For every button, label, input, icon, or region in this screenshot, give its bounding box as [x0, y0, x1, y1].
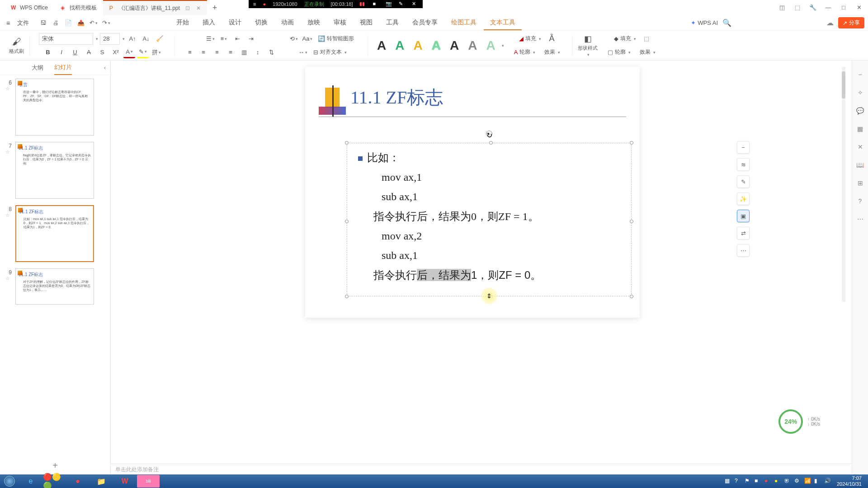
align-center-button[interactable]: ≡ — [198, 47, 209, 58]
strikethrough-button[interactable]: A̶ — [83, 47, 94, 58]
panel-tab-slides[interactable]: 幻灯片 — [54, 61, 72, 75]
content-line-3[interactable]: sub ax,1 — [358, 187, 620, 206]
export-icon[interactable]: 📤 — [76, 18, 86, 28]
style-a4[interactable]: A — [428, 37, 444, 55]
ribbon-tab-transition[interactable]: 切换 — [249, 16, 274, 30]
notes-area[interactable]: 单击此处添加备注 — [111, 464, 852, 474]
content-line-2[interactable]: mov ax,1 — [358, 168, 620, 187]
ribbon-tab-slideshow[interactable]: 放映 — [301, 16, 326, 30]
share-button[interactable]: ↗ 分享 — [838, 17, 864, 28]
text-effect-icon[interactable]: Â — [546, 33, 557, 45]
presentation-icon[interactable]: ▦ — [855, 124, 865, 134]
align-justify-button[interactable]: ≡ — [225, 47, 236, 58]
change-case-button[interactable]: Aa▾ — [302, 33, 313, 45]
collapse-panel-icon[interactable]: ‹ — [104, 64, 106, 71]
star-icon[interactable]: ☆ — [5, 86, 12, 92]
ribbon-tab-animation[interactable]: 动画 — [275, 16, 300, 30]
task-chrome[interactable]: 🔴🟡🟢 — [43, 475, 66, 488]
resize-handle[interactable] — [489, 141, 493, 145]
canvas-area[interactable]: 11.1 ZF标志 ↻ 比如： mov ax,1 sub ax,1 指令执行后，… — [111, 61, 852, 474]
task-ie[interactable]: e — [19, 475, 42, 488]
close-button[interactable]: ✕ — [854, 2, 864, 13]
minus-icon[interactable]: − — [855, 70, 865, 80]
3d-icon[interactable]: ⬚ — [641, 33, 652, 45]
chevron-down-icon[interactable]: ▾ — [96, 37, 98, 41]
tray-icon[interactable]: ⚙ — [794, 478, 802, 485]
star-icon[interactable]: ☆ — [5, 276, 12, 282]
align-right-button[interactable]: ≡ — [211, 47, 223, 58]
outdent-button[interactable]: ⇤ — [231, 33, 243, 45]
textbox-resize-indicator[interactable]: ⇕ — [481, 288, 497, 304]
style-a5[interactable]: A — [446, 37, 462, 55]
gallery-more-button[interactable]: ▾ — [502, 43, 504, 48]
indent-button[interactable]: ⇥ — [245, 33, 257, 45]
tray-volume-icon[interactable]: 🔊 — [824, 478, 831, 485]
content-line-1[interactable]: 比如： — [358, 148, 620, 168]
hamburger-icon[interactable]: ≡ — [4, 19, 13, 27]
close-rec-icon[interactable]: ✕ — [412, 1, 418, 7]
style-a3[interactable]: A — [410, 37, 426, 55]
start-button[interactable] — [0, 474, 19, 488]
clear-format-button[interactable]: 🧹 — [154, 33, 165, 45]
thumbnail-list[interactable]: 6☆ 引言 在这一章中，我们讨论标志寄存器中的CF、PF、ZF、SF、OF、DF… — [0, 75, 110, 457]
textbox-icon[interactable]: ▣ — [737, 210, 750, 222]
task-recorder[interactable]: ● — [66, 475, 89, 488]
canvas-scrollbar[interactable] — [842, 67, 845, 302]
content-line-5[interactable]: mov ax,2 — [358, 226, 620, 246]
spacing-button[interactable]: ↔▾ — [297, 47, 309, 58]
content-line-4[interactable]: 指令执行后，结果为0，则ZF = 1。 — [358, 207, 620, 226]
resize-handle[interactable] — [630, 141, 633, 145]
panel-tab-outline[interactable]: 大纲 — [32, 61, 43, 75]
highlight-button[interactable]: ✎▾ — [137, 47, 149, 58]
shape-fill-button[interactable]: ◆填充▾ — [611, 33, 639, 45]
more-icon[interactable]: ⋯ — [737, 244, 750, 257]
ribbon-tab-review[interactable]: 审核 — [327, 16, 353, 30]
more-dots-icon[interactable]: ⋯ — [855, 214, 865, 224]
layers-icon[interactable]: ≋ — [737, 158, 750, 171]
tray-icon[interactable]: 📶 — [804, 478, 811, 485]
star-icon[interactable]: ☆ — [5, 149, 12, 155]
ribbon-tab-text[interactable]: 文本工具 — [484, 16, 522, 30]
tray-icon[interactable]: ● — [774, 478, 782, 485]
para-spacing-button[interactable]: ⇅ — [265, 47, 277, 58]
line-spacing-button[interactable]: ↕ — [252, 47, 264, 58]
text-fill-button[interactable]: ◢填充▾ — [516, 33, 544, 45]
save-icon[interactable]: 🖫 — [38, 18, 48, 28]
style-a1[interactable]: A — [373, 37, 390, 55]
crossed-tools-icon[interactable]: ✕ — [855, 142, 865, 152]
transfer-icon[interactable]: ⇄ — [737, 227, 750, 239]
add-slide-button[interactable]: + — [0, 457, 110, 474]
menu-icon[interactable]: ≡ — [253, 1, 256, 7]
thumbnail-9[interactable]: 9☆ 11.1 ZF标志 对于ZF的理解，记住位ZF标志位的作用，ZF标志位记录… — [5, 268, 105, 305]
shape-style-button[interactable]: ◧ 形状样式▾ — [578, 34, 598, 57]
superscript-button[interactable]: X² — [110, 47, 122, 58]
pinyin-button[interactable]: 拼▾ — [151, 47, 162, 58]
align-text-button[interactable]: ⊟ 对齐文本▾ — [311, 47, 349, 58]
minimize-button[interactable]: — — [823, 2, 834, 13]
wps-ai-button[interactable]: ✦ WPS AI — [691, 19, 718, 26]
pause-icon[interactable]: ▮▮ — [359, 1, 366, 7]
tray-flag-icon[interactable]: ⚑ — [745, 478, 752, 485]
thumbnail-8[interactable]: 8☆ 11.1 ZF标志 比如：mov ax,1 sub ax,1 指令执行后，… — [5, 205, 105, 262]
stop-icon[interactable]: ■ — [373, 1, 379, 7]
shadow-button[interactable]: S — [96, 47, 108, 58]
task-wps[interactable]: W — [113, 475, 136, 488]
layout-icon[interactable]: ◫ — [777, 2, 788, 13]
text-outline-button[interactable]: A轮廓▾ — [511, 47, 538, 58]
maximize-button[interactable]: □ — [838, 2, 849, 13]
chevron-down-icon[interactable]: ▾ — [123, 37, 125, 41]
cube-icon[interactable]: ⬚ — [792, 2, 803, 13]
grow-font-button[interactable]: A↑ — [127, 33, 138, 45]
font-select[interactable] — [39, 33, 93, 45]
resize-handle[interactable] — [345, 295, 349, 298]
ribbon-tab-view[interactable]: 视图 — [354, 16, 379, 30]
tray-network-icon[interactable]: ▮ — [814, 478, 821, 485]
redo-button[interactable]: ↷▾ — [101, 18, 111, 28]
resize-handle[interactable] — [630, 220, 633, 223]
format-painter-button[interactable]: 🖌 格式刷 — [9, 37, 24, 55]
print-icon[interactable]: 🖨 — [51, 18, 61, 28]
tab-pin-icon[interactable]: ⊡ — [185, 5, 190, 11]
book-icon[interactable]: 📖 — [855, 160, 865, 170]
rotate-handle[interactable]: ↻ — [486, 131, 492, 137]
font-color-button[interactable]: A▾ — [123, 47, 135, 58]
